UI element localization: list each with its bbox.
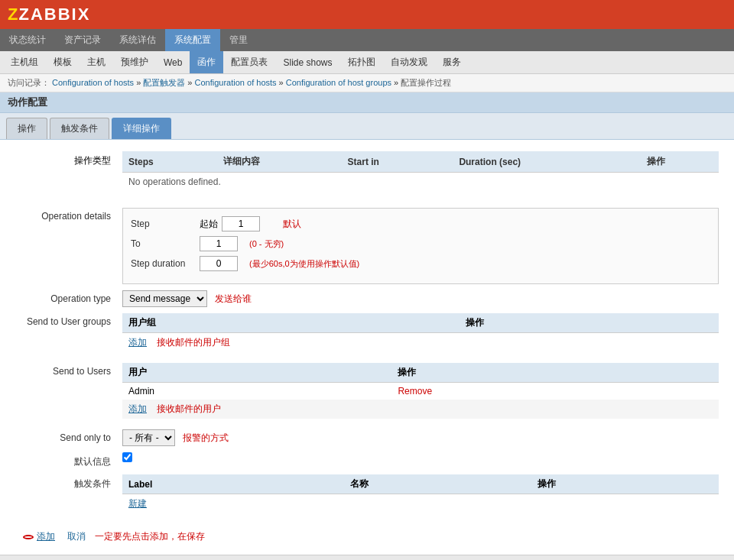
tab-operations[interactable]: 操作: [6, 118, 47, 139]
user-groups-content: 用户组 操作 添加 接收邮件的用户组: [122, 313, 719, 357]
step-row: Step 起始 默认: [131, 216, 710, 231]
no-ops-row: No operations defined.: [122, 173, 719, 192]
table-row: Admin Remove: [122, 383, 719, 400]
u-annotation: 接收邮件的用户: [157, 403, 221, 414]
nav-web[interactable]: Web: [156, 53, 190, 73]
nav-hosts[interactable]: 主机: [80, 51, 113, 73]
bottom-bar: 保存 取消 告警动作配置完成: [0, 555, 734, 560]
cond-col-name: 名称: [344, 474, 531, 494]
nav-system-info[interactable]: 系统详估: [110, 29, 165, 51]
nav-templates[interactable]: 模板: [46, 51, 80, 73]
ops-type-label: 操作类型: [74, 155, 111, 166]
default-msg-label: 默认信息: [15, 452, 122, 468]
conditions-table: Label 名称 操作 新建: [122, 474, 719, 513]
default-msg-checkbox[interactable]: [122, 452, 132, 462]
add-circle-icon: [23, 535, 34, 539]
users-content: 用户 操作 Admin Remove 添加 接收邮件的用户: [122, 363, 719, 423]
ops-table: Steps 详细内容 Start in Duration (sec) 操作 No…: [122, 151, 719, 191]
ug-col-group: 用户组: [122, 313, 460, 333]
operation-details-section: Operation details Step 起始 默认 To: [15, 208, 719, 284]
breadcrumb-link-2[interactable]: 配置触发器: [143, 78, 185, 87]
col-start-in: Start in: [342, 151, 453, 173]
cond-col-action: 操作: [531, 474, 719, 494]
form-cancel-link[interactable]: 取消: [67, 530, 86, 543]
conditions-content: Label 名称 操作 新建: [122, 474, 719, 518]
nav-config[interactable]: 系统配置: [165, 29, 220, 51]
cond-col-label: Label: [122, 474, 344, 494]
ug-annotation: 接收邮件的用户组: [157, 337, 230, 348]
user-groups-table: 用户组 操作 添加 接收邮件的用户组: [122, 313, 719, 352]
header: ZZABBIX: [0, 0, 734, 29]
send-only-annotation: 报警的方式: [183, 432, 229, 445]
to-label: To: [131, 238, 200, 249]
u-col-user: 用户: [122, 363, 391, 383]
op-type-label: Operation type: [15, 290, 122, 307]
nav-topology[interactable]: 拓扑图: [340, 51, 383, 73]
duration-row: Step duration (最少60s,0为使用操作默认值): [131, 256, 710, 271]
nav-maps[interactable]: 配置员表: [223, 51, 275, 73]
nav-services[interactable]: 服务: [435, 51, 469, 73]
remove-user-link[interactable]: Remove: [398, 386, 432, 397]
users-table: 用户 操作 Admin Remove 添加 接收邮件的用户: [122, 363, 719, 419]
content: 操作类型 Steps 详细内容 Start in Duration (sec) …: [0, 140, 734, 555]
ops-table-wrapper: Steps 详细内容 Start in Duration (sec) 操作 No…: [122, 151, 719, 199]
form-add-link[interactable]: 添加: [37, 530, 55, 543]
cond-add-row: 新建: [122, 494, 719, 514]
conditions-label: 触发条件: [15, 474, 122, 518]
breadcrumb: 访问记录： Configuration of hosts » 配置触发器 » C…: [0, 74, 734, 92]
breadcrumb-link-1[interactable]: Configuration of hosts: [52, 78, 134, 87]
ops-header-row: 操作类型 Steps 详细内容 Start in Duration (sec) …: [15, 151, 719, 199]
nav-slideshows[interactable]: Slide shows: [275, 53, 339, 73]
to-input[interactable]: [200, 236, 238, 251]
u-col-action: 操作: [391, 363, 719, 383]
breadcrumb-current: 配置操作过程: [401, 78, 451, 87]
op-type-annotation: 发送给谁: [215, 293, 252, 306]
to-hint: (0 - 无穷): [249, 238, 284, 250]
no-ops-text: No operations defined.: [122, 173, 719, 192]
send-only-content: - 所有 - 报警的方式: [122, 429, 719, 446]
add-user-group-link[interactable]: 添加: [128, 337, 147, 348]
breadcrumb-link-4[interactable]: Configuration of host groups: [286, 78, 391, 87]
send-only-select[interactable]: - 所有 -: [122, 429, 175, 446]
conditions-section: 触发条件 Label 名称 操作 新建: [15, 474, 719, 518]
nav-stats[interactable]: 状态统计: [0, 29, 55, 51]
ug-col-action: 操作: [460, 313, 719, 333]
second-nav: 主机组 模板 主机 预维护 Web 函作 配置员表 Slide shows 拓扑…: [0, 51, 734, 74]
send-only-label: Send only to: [15, 429, 122, 446]
user-groups-label: Send to User groups: [15, 313, 122, 357]
duration-hint: (最少60s,0为使用操作默认值): [249, 258, 359, 270]
tab-triggers[interactable]: 触发条件: [50, 118, 109, 139]
col-steps: Steps: [122, 151, 217, 173]
page-title: 动作配置: [0, 92, 734, 113]
col-details: 详细内容: [217, 151, 342, 173]
operation-details-box: Step 起始 默认 To (0 - 无穷): [122, 208, 719, 284]
tab-details[interactable]: 详细操作: [112, 118, 171, 139]
to-row: To (0 - 无穷): [131, 236, 710, 251]
u-add-row: 添加 接收邮件的用户: [122, 400, 719, 419]
from-input[interactable]: [222, 216, 260, 231]
logo: ZZABBIX: [8, 5, 90, 24]
nav-hostgroups[interactable]: 主机组: [3, 51, 46, 73]
ug-add-row: 添加 接收邮件的用户组: [122, 333, 719, 353]
user-name: Admin: [122, 383, 391, 400]
users-section: Send to Users 用户 操作 Admin Remove: [15, 363, 719, 423]
nav-assets[interactable]: 资产记录: [55, 29, 110, 51]
op-type-content: Send message 发送给谁: [122, 290, 719, 307]
col-action: 操作: [641, 151, 719, 173]
send-only-section: Send only to - 所有 - 报警的方式: [15, 429, 719, 446]
nav-autodiscovery[interactable]: 自动发观: [383, 51, 435, 73]
operation-details-label: Operation details: [15, 208, 122, 284]
nav-maintenance[interactable]: 预维护: [113, 51, 156, 73]
form-actions: 添加 取消 一定要先点击添加，在保存: [15, 530, 719, 543]
duration-input[interactable]: [200, 256, 238, 271]
operation-details-content: Step 起始 默认 To (0 - 无穷): [122, 208, 719, 284]
nav-actions[interactable]: 函作: [190, 51, 223, 73]
add-condition-link[interactable]: 新建: [128, 498, 147, 509]
user-groups-section: Send to User groups 用户组 操作 添加 接收邮件的用户组: [15, 313, 719, 357]
nav-admin[interactable]: 管里: [220, 29, 257, 51]
from-label: 起始: [200, 218, 218, 231]
add-user-link[interactable]: 添加: [128, 403, 147, 414]
op-type-select[interactable]: Send message: [122, 290, 207, 307]
breadcrumb-link-3[interactable]: Configuration of hosts: [195, 78, 277, 87]
default-hint: 默认: [283, 218, 301, 231]
